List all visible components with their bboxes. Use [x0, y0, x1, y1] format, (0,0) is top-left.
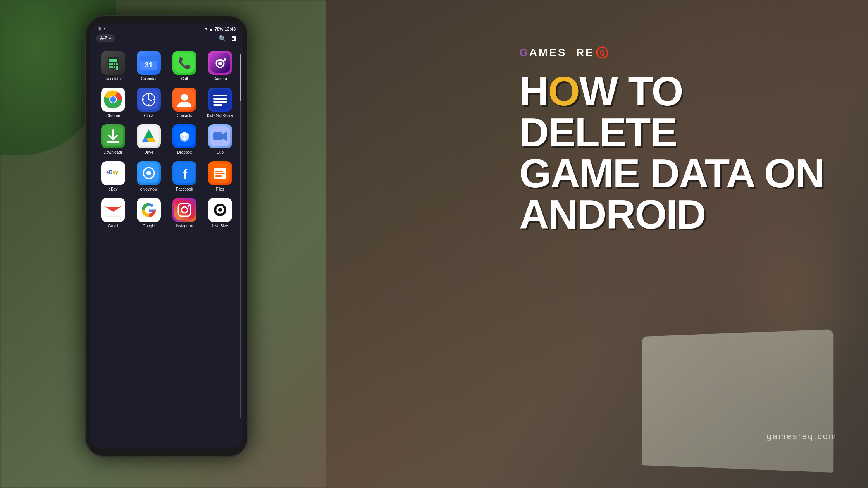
battery-percent: 78%: [215, 27, 223, 31]
drawer-header: A-Z ▾ 🔍 🗑: [90, 33, 243, 45]
drive-icon: [137, 124, 161, 148]
app-label-camera: Camera: [213, 77, 227, 81]
app-item-ebay[interactable]: eBay eBay: [95, 158, 131, 195]
app-label-calendar: Calendar: [141, 77, 157, 81]
svg-rect-37: [213, 95, 227, 96]
downloads-icon: [101, 124, 125, 148]
brand-logo: G AMES RE Q: [519, 46, 837, 59]
signal-icon: ▲: [209, 27, 213, 31]
facebook-icon: f: [172, 161, 196, 185]
svg-rect-7: [111, 66, 113, 68]
app-item-clock[interactable]: Clock: [131, 84, 167, 121]
svg-point-70: [188, 205, 189, 207]
app-item-downloads[interactable]: Downloads: [95, 121, 131, 158]
title-line3: ANDROID: [519, 194, 837, 235]
google-icon: [137, 198, 161, 222]
app-label-files: Files: [216, 187, 224, 192]
instagram-icon: [172, 198, 196, 222]
app-item-drive[interactable]: Drive: [131, 121, 167, 158]
svg-point-35: [181, 94, 188, 101]
app-label-chrome: Chrome: [106, 113, 120, 118]
app-item-facebook[interactable]: f Facebook: [167, 158, 202, 195]
brand-g: G: [519, 46, 528, 59]
svg-point-75: [220, 206, 223, 208]
app-item-gmail[interactable]: Gmail: [95, 195, 131, 232]
svg-text:eBay: eBay: [106, 169, 119, 175]
app-item-google[interactable]: Google: [131, 195, 167, 232]
chrome-icon: [101, 88, 125, 112]
app-item-dropbox[interactable]: Dropbox: [167, 121, 202, 158]
svg-text:f: f: [183, 167, 188, 181]
svg-rect-1: [109, 59, 117, 62]
brand-ames: AMES: [529, 46, 567, 59]
svg-rect-63: [215, 175, 222, 177]
app-label-downloads: Downloads: [103, 150, 122, 155]
sort-label: A-Z: [100, 36, 107, 41]
app-label-facebook: Facebook: [176, 187, 193, 192]
app-item-dailymail[interactable]: Daily Mail Online: [202, 84, 238, 121]
status-left: ⊞ ✦: [98, 27, 106, 31]
app-label-drive: Drive: [144, 150, 153, 155]
app-label-calculator: Calculator: [104, 77, 122, 81]
app-item-instasize[interactable]: InstaSize: [202, 195, 238, 232]
app-label-instagram: Instagram: [176, 224, 193, 229]
phone-wrapper: ⊞ ✦ ▾ ▲ 78% 13:43 A-Z ▾ 🔍 🗑: [85, 15, 264, 473]
svg-point-74: [218, 208, 222, 212]
delete-icon[interactable]: 🗑: [231, 35, 237, 42]
sort-button[interactable]: A-Z ▾: [96, 34, 115, 42]
dailymail-icon: [208, 88, 232, 112]
app-item-enjoynow[interactable]: enjoy.now: [131, 158, 167, 195]
duo-icon: [208, 124, 232, 148]
svg-rect-42: [107, 141, 119, 143]
app-label-call: Call: [181, 77, 188, 81]
app-label-clock: Clock: [144, 113, 153, 118]
app-label-enjoynow: enjoy.now: [140, 187, 157, 192]
svg-rect-19: [216, 60, 224, 61]
phone-body: ⊞ ✦ ▾ ▲ 78% 13:43 A-Z ▾ 🔍 🗑: [85, 15, 248, 457]
status-bar: ⊞ ✦ ▾ ▲ 78% 13:43: [90, 23, 243, 33]
svg-point-29: [148, 99, 150, 100]
app-item-instagram[interactable]: Instagram: [167, 195, 202, 232]
app-item-calendar[interactable]: 31 Calendar: [131, 48, 167, 84]
website-url: gamesreq.com: [766, 431, 837, 442]
bg-laptop: [642, 329, 833, 473]
app-item-calculator[interactable]: Calculator: [95, 48, 131, 84]
clock-time: 13:43: [225, 27, 236, 31]
main-title: HOW TO DELETE GAME DATA ON ANDROID: [519, 70, 837, 235]
svg-rect-2: [109, 63, 111, 65]
svg-text:📞: 📞: [178, 57, 191, 69]
search-icon[interactable]: 🔍: [219, 35, 226, 42]
svg-point-56: [146, 171, 151, 175]
svg-point-18: [218, 62, 222, 65]
app-item-call[interactable]: 📞 Call: [167, 48, 202, 84]
header-icons: 🔍 🗑: [219, 35, 237, 42]
svg-rect-38: [213, 98, 227, 100]
app-grid: Calculator 31 Calendar: [90, 45, 243, 234]
svg-rect-50: [213, 132, 222, 140]
svg-rect-40: [213, 104, 222, 106]
calculator-icon: [101, 51, 125, 75]
scroll-indicator: [240, 54, 241, 418]
app-item-contacts[interactable]: Contacts: [167, 84, 202, 121]
camera-icon: [208, 51, 232, 75]
svg-rect-4: [114, 63, 115, 65]
app-label-duo: Duo: [217, 150, 224, 155]
brand-q: Q: [596, 46, 608, 59]
scroll-thumb: [240, 54, 241, 101]
app-label-google: Google: [143, 224, 155, 229]
enjoynow-icon: [137, 161, 161, 185]
title-line2: GAME DATA ON: [519, 153, 837, 194]
app-label-contacts: Contacts: [177, 113, 192, 118]
app-item-duo[interactable]: Duo: [202, 121, 238, 158]
app-item-files[interactable]: Files: [202, 158, 238, 195]
wifi-icon: ▾: [205, 26, 207, 31]
app-label-instasize: InstaSize: [212, 224, 228, 229]
app-item-camera[interactable]: Camera: [202, 48, 238, 84]
svg-rect-5: [116, 63, 118, 65]
call-icon: 📞: [172, 51, 196, 75]
clock-icon: [137, 88, 161, 112]
gmail-icon: [101, 198, 125, 222]
status-icon-grid: ⊞: [98, 27, 101, 31]
app-item-chrome[interactable]: Chrome: [95, 84, 131, 121]
calendar-icon: 31: [137, 51, 161, 75]
